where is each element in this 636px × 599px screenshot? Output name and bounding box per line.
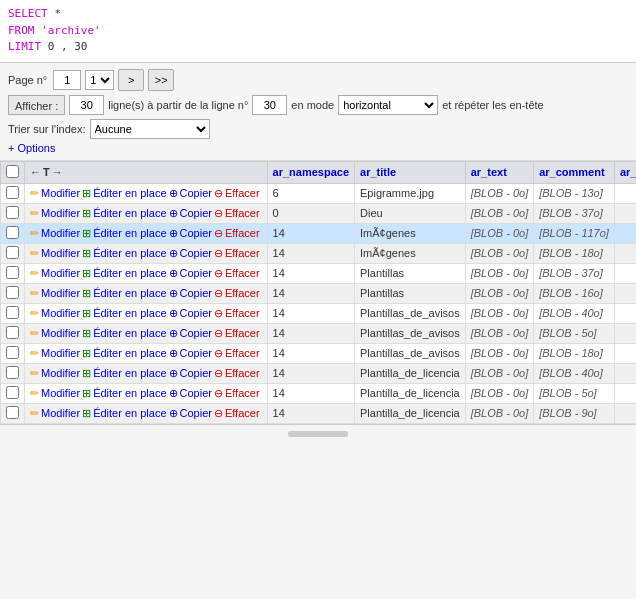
effacer-action-link[interactable]: ⊖Effacer	[214, 327, 260, 340]
copier-action-link[interactable]: ⊕Copier	[169, 327, 212, 340]
editer-action-link[interactable]: ⊞Éditer en place	[82, 407, 166, 420]
row-checkbox[interactable]	[6, 366, 19, 379]
copier-label: Copier	[180, 327, 212, 339]
copier-action-link[interactable]: ⊕Copier	[169, 247, 212, 260]
trier-select[interactable]: Aucune	[90, 119, 210, 139]
select-all-checkbox[interactable]	[6, 165, 19, 178]
effacer-action-link[interactable]: ⊖Effacer	[214, 307, 260, 320]
copier-action-link[interactable]: ⊕Copier	[169, 207, 212, 220]
sql-line2: FROM 'archive'	[8, 23, 628, 40]
effacer-action-link[interactable]: ⊖Effacer	[214, 187, 260, 200]
editer-action-link[interactable]: ⊞Éditer en place	[82, 287, 166, 300]
header-ar-namespace[interactable]: ar_namespace	[267, 161, 354, 183]
row-user	[614, 303, 636, 323]
effacer-action-link[interactable]: ⊖Effacer	[214, 287, 260, 300]
editer-action-link[interactable]: ⊞Éditer en place	[82, 327, 166, 340]
row-checkbox[interactable]	[6, 226, 19, 239]
editer-action-link[interactable]: ⊞Éditer en place	[82, 387, 166, 400]
ligne-start-input[interactable]	[252, 95, 287, 115]
modifier-action-link[interactable]: ✏Modifier	[30, 407, 80, 420]
effacer-action-link[interactable]: ⊖Effacer	[214, 267, 260, 280]
modifier-action-link[interactable]: ✏Modifier	[30, 267, 80, 280]
modifier-action-link[interactable]: ✏Modifier	[30, 207, 80, 220]
row-checkbox-cell	[1, 403, 25, 423]
row-checkbox[interactable]	[6, 186, 19, 199]
effacer-action-link[interactable]: ⊖Effacer	[214, 367, 260, 380]
effacer-action-link[interactable]: ⊖Effacer	[214, 207, 260, 220]
editer-action-link[interactable]: ⊞Éditer en place	[82, 187, 166, 200]
row-checkbox[interactable]	[6, 346, 19, 359]
modifier-action-link[interactable]: ✏Modifier	[30, 247, 80, 260]
row-checkbox[interactable]	[6, 286, 19, 299]
modifier-action-link[interactable]: ✏Modifier	[30, 307, 80, 320]
effacer-action-link[interactable]: ⊖Effacer	[214, 387, 260, 400]
copier-label: Copier	[180, 347, 212, 359]
row-checkbox[interactable]	[6, 386, 19, 399]
modifier-action-link[interactable]: ✏Modifier	[30, 347, 80, 360]
row-checkbox[interactable]	[6, 406, 19, 419]
copier-action-link[interactable]: ⊕Copier	[169, 367, 212, 380]
footer-scroll-indicator[interactable]	[288, 431, 348, 437]
header-ar-comment[interactable]: ar_comment	[534, 161, 615, 183]
row-checkbox[interactable]	[6, 306, 19, 319]
row-checkbox[interactable]	[6, 326, 19, 339]
copier-action-link[interactable]: ⊕Copier	[169, 227, 212, 240]
edit-icon: ⊞	[82, 387, 91, 400]
copier-action-link[interactable]: ⊕Copier	[169, 387, 212, 400]
editer-action-link[interactable]: ⊞Éditer en place	[82, 367, 166, 380]
editer-action-link[interactable]: ⊞Éditer en place	[82, 247, 166, 260]
row-checkbox[interactable]	[6, 246, 19, 259]
editer-action-link[interactable]: ⊞Éditer en place	[82, 267, 166, 280]
sort-ar-text-link[interactable]: ar_text	[471, 166, 507, 178]
effacer-action-link[interactable]: ⊖Effacer	[214, 347, 260, 360]
effacer-label: Effacer	[225, 227, 260, 239]
row-text: [BLOB - 0o]	[465, 323, 533, 343]
header-ar-text[interactable]: ar_text	[465, 161, 533, 183]
row-namespace: 14	[267, 303, 354, 323]
sort-ar-comment-link[interactable]: ar_comment	[539, 166, 604, 178]
editer-action-link[interactable]: ⊞Éditer en place	[82, 207, 166, 220]
modifier-action-link[interactable]: ✏Modifier	[30, 327, 80, 340]
effacer-action-link[interactable]: ⊖Effacer	[214, 227, 260, 240]
row-user	[614, 183, 636, 203]
row-checkbox[interactable]	[6, 266, 19, 279]
copier-action-link[interactable]: ⊕Copier	[169, 307, 212, 320]
afficher-input[interactable]	[69, 95, 104, 115]
options-link[interactable]: + Options	[8, 142, 55, 154]
modifier-action-link[interactable]: ✏Modifier	[30, 227, 80, 240]
effacer-action-link[interactable]: ⊖Effacer	[214, 407, 260, 420]
editer-action-link[interactable]: ⊞Éditer en place	[82, 347, 166, 360]
copier-action-link[interactable]: ⊕Copier	[169, 187, 212, 200]
copier-action-link[interactable]: ⊕Copier	[169, 407, 212, 420]
sort-ar-user-link[interactable]: ar_us...	[620, 166, 636, 178]
sort-ar-title-link[interactable]: ar_title	[360, 166, 396, 178]
modifier-action-link[interactable]: ✏Modifier	[30, 187, 80, 200]
copier-action-link[interactable]: ⊕Copier	[169, 287, 212, 300]
mode-select[interactable]: horizontal vertical	[338, 95, 438, 115]
page-select[interactable]: 1	[85, 70, 114, 90]
nav-next-button[interactable]: >>	[148, 69, 174, 91]
modifier-action-link[interactable]: ✏Modifier	[30, 367, 80, 380]
modifier-label: Modifier	[41, 387, 80, 399]
page-number-input[interactable]	[53, 70, 81, 90]
modifier-label: Modifier	[41, 207, 80, 219]
row-user	[614, 323, 636, 343]
table-body: ✏Modifier⊞Éditer en place⊕Copier⊖Effacer…	[1, 183, 637, 423]
edit-icon: ⊞	[82, 247, 91, 260]
row-user	[614, 343, 636, 363]
copier-action-link[interactable]: ⊕Copier	[169, 347, 212, 360]
header-ar-user[interactable]: ar_us...	[614, 161, 636, 183]
modifier-action-link[interactable]: ✏Modifier	[30, 287, 80, 300]
modifier-action-link[interactable]: ✏Modifier	[30, 387, 80, 400]
modifier-label: Modifier	[41, 247, 80, 259]
editer-action-link[interactable]: ⊞Éditer en place	[82, 307, 166, 320]
row-actions-cell: ✏Modifier⊞Éditer en place⊕Copier⊖Effacer	[25, 403, 268, 423]
nav-prev-button[interactable]: >	[118, 69, 144, 91]
header-ar-title[interactable]: ar_title	[355, 161, 466, 183]
row-checkbox[interactable]	[6, 206, 19, 219]
editer-action-link[interactable]: ⊞Éditer en place	[82, 227, 166, 240]
copier-action-link[interactable]: ⊕Copier	[169, 267, 212, 280]
copy-icon: ⊕	[169, 387, 178, 400]
effacer-action-link[interactable]: ⊖Effacer	[214, 247, 260, 260]
sort-ar-namespace-link[interactable]: ar_namespace	[273, 166, 349, 178]
